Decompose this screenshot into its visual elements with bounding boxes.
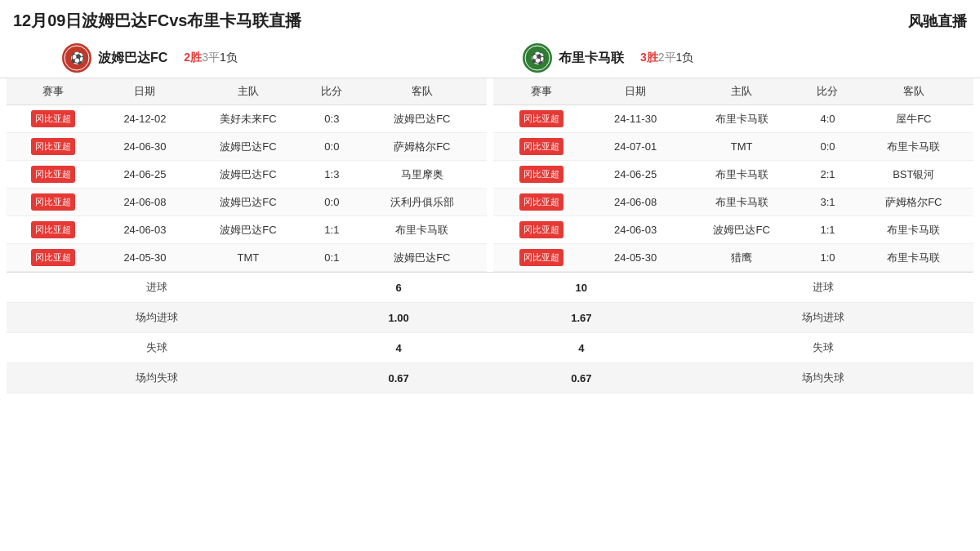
right-home-5: 猎鹰	[682, 244, 801, 272]
left-score-0: 0:3	[306, 105, 358, 133]
left-home-1: 波姆巴达FC	[190, 133, 306, 161]
left-lost-value: 4	[307, 333, 490, 363]
left-date-0: 24-12-02	[100, 105, 190, 133]
left-home-4: 波姆巴达FC	[190, 216, 306, 244]
left-league-badge-1: 冈比亚超	[31, 138, 75, 155]
left-table: 赛事 日期 主队 比分 客队 冈比亚超 24-12-02 美好未来FC 0:3 …	[7, 78, 487, 272]
left-table-row: 冈比亚超 24-06-08 波姆巴达FC 0:0 沃利丹俱乐部	[7, 189, 487, 216]
left-table-row: 冈比亚超 24-05-30 TMT 0:1 波姆巴达FC	[7, 244, 487, 272]
right-team-record: 3胜2平1负	[640, 51, 693, 65]
right-score-0: 4:0	[801, 105, 853, 133]
header: 12月09日波姆巴达FCvs布里卡马联直播 风驰直播	[0, 0, 980, 38]
left-goals-label: 进球	[7, 273, 307, 303]
right-goals-label-l: 进球	[673, 273, 973, 303]
left-date-5: 24-05-30	[100, 244, 190, 272]
main-tables: 赛事 日期 主队 比分 客队 冈比亚超 24-12-02 美好未来FC 0:3 …	[0, 78, 980, 272]
left-score-1: 0:0	[306, 133, 358, 161]
right-league-badge-2: 冈比亚超	[519, 166, 564, 183]
right-league-2: 冈比亚超	[493, 161, 589, 189]
right-league-badge-1: 冈比亚超	[519, 138, 564, 155]
left-home-0: 美好未来FC	[190, 105, 306, 133]
right-avg-lost-value-l: 0.67	[490, 363, 673, 393]
right-table-row: 冈比亚超 24-06-03 波姆巴达FC 1:1 布里卡马联	[493, 216, 973, 244]
left-league-5: 冈比亚超	[7, 244, 100, 272]
right-lost-value-l: 4	[490, 333, 673, 363]
right-win: 3胜	[640, 51, 658, 64]
left-league-0: 冈比亚超	[7, 105, 100, 133]
left-table-row: 冈比亚超 24-06-30 波姆巴达FC 0:0 萨姆格尔FC	[7, 133, 487, 161]
left-table-row: 冈比亚超 24-12-02 美好未来FC 0:3 波姆巴达FC	[7, 105, 487, 133]
left-away-0: 波姆巴达FC	[358, 105, 487, 133]
left-team-block: ⚽ 波姆巴达FC 2胜3平1负	[13, 43, 506, 73]
left-date-3: 24-06-08	[100, 189, 190, 216]
right-away-5: 布里卡马联	[854, 244, 973, 272]
right-avg-goals-value-l: 1.67	[490, 303, 673, 333]
right-date-4: 24-06-03	[589, 216, 682, 244]
page-title: 12月09日波姆巴达FCvs布里卡马联直播	[13, 10, 301, 32]
stats-area: 进球 6 10 进球 场均进球 1.00 1.67 场均进球 失球 4 4 失球	[7, 272, 973, 393]
right-th-match: 赛事	[493, 78, 589, 105]
right-away-0: 屋牛FC	[854, 105, 973, 133]
left-avg-lost-value: 0.67	[307, 363, 490, 393]
right-date-1: 24-07-01	[589, 133, 682, 161]
right-date-3: 24-06-08	[589, 189, 682, 216]
teams-row: ⚽ 波姆巴达FC 2胜3平1负 ⚽ 布里卡马联 3胜2平1负	[0, 38, 980, 78]
left-score-2: 1:3	[306, 161, 358, 189]
left-score-5: 0:1	[306, 244, 358, 272]
right-date-0: 24-11-30	[589, 105, 682, 133]
right-th-home: 主队	[682, 78, 801, 105]
left-league-badge-2: 冈比亚超	[31, 166, 75, 183]
right-team-logo-svg: ⚽	[524, 45, 550, 71]
right-table-row: 冈比亚超 24-06-08 布里卡马联 3:1 萨姆格尔FC	[493, 189, 973, 216]
right-home-0: 布里卡马联	[682, 105, 801, 133]
left-league-badge-0: 冈比亚超	[31, 110, 75, 127]
right-avg-goals-label-l: 场均进球	[673, 303, 973, 333]
left-lost-label: 失球	[7, 333, 307, 363]
right-date-2: 24-06-25	[589, 161, 682, 189]
right-table-container: 赛事 日期 主队 比分 客队 冈比亚超 24-11-30 布里卡马联 4:0 屋…	[493, 78, 973, 272]
left-table-row: 冈比亚超 24-06-03 波姆巴达FC 1:1 布里卡马联	[7, 216, 487, 244]
left-date-1: 24-06-30	[100, 133, 190, 161]
right-score-5: 1:0	[801, 244, 853, 272]
right-league-badge-5: 冈比亚超	[519, 249, 564, 266]
right-away-4: 布里卡马联	[854, 216, 973, 244]
right-home-3: 布里卡马联	[682, 189, 801, 216]
right-avg-lost-label-l: 场均失球	[673, 363, 973, 393]
right-table-row: 冈比亚超 24-11-30 布里卡马联 4:0 屋牛FC	[493, 105, 973, 133]
left-away-3: 沃利丹俱乐部	[358, 189, 487, 216]
left-stats-table: 进球 6 10 进球 场均进球 1.00 1.67 场均进球 失球 4 4 失球	[7, 273, 973, 393]
left-league-2: 冈比亚超	[7, 161, 100, 189]
right-table-row: 冈比亚超 24-06-25 布里卡马联 2:1 BST银河	[493, 161, 973, 189]
left-th-date: 日期	[100, 78, 190, 105]
left-team-logo: ⚽	[62, 43, 91, 73]
left-home-5: TMT	[190, 244, 306, 272]
left-league-badge-4: 冈比亚超	[31, 221, 75, 238]
left-league-3: 冈比亚超	[7, 189, 100, 216]
right-score-3: 3:1	[801, 189, 853, 216]
right-team-logo: ⚽	[523, 43, 552, 73]
left-th-match: 赛事	[7, 78, 100, 105]
right-score-4: 1:1	[801, 216, 853, 244]
left-away-2: 马里摩奥	[358, 161, 487, 189]
left-away-1: 萨姆格尔FC	[358, 133, 487, 161]
left-league-badge-5: 冈比亚超	[31, 249, 75, 266]
left-th-home: 主队	[190, 78, 306, 105]
left-win: 2胜	[184, 51, 202, 64]
right-th-score: 比分	[801, 78, 853, 105]
right-th-away: 客队	[854, 78, 973, 105]
left-team-record: 2胜3平1负	[184, 51, 237, 65]
right-home-2: 布里卡马联	[682, 161, 801, 189]
right-league-badge-4: 冈比亚超	[519, 221, 564, 238]
right-team-name: 布里卡马联	[559, 50, 624, 67]
left-home-3: 波姆巴达FC	[190, 189, 306, 216]
right-league-3: 冈比亚超	[493, 189, 589, 216]
left-draw: 3平	[202, 51, 220, 64]
right-score-2: 2:1	[801, 161, 853, 189]
right-team-block: ⚽ 布里卡马联 3胜2平1负	[506, 43, 967, 73]
main-container: 12月09日波姆巴达FCvs布里卡马联直播 风驰直播 ⚽ 波姆巴达FC 2胜3平…	[0, 0, 980, 551]
left-date-2: 24-06-25	[100, 161, 190, 189]
right-th-date: 日期	[589, 78, 682, 105]
left-avg-goals-row: 场均进球 1.00 1.67 场均进球	[7, 303, 973, 333]
svg-text:⚽: ⚽	[531, 51, 546, 65]
right-league-0: 冈比亚超	[493, 105, 589, 133]
